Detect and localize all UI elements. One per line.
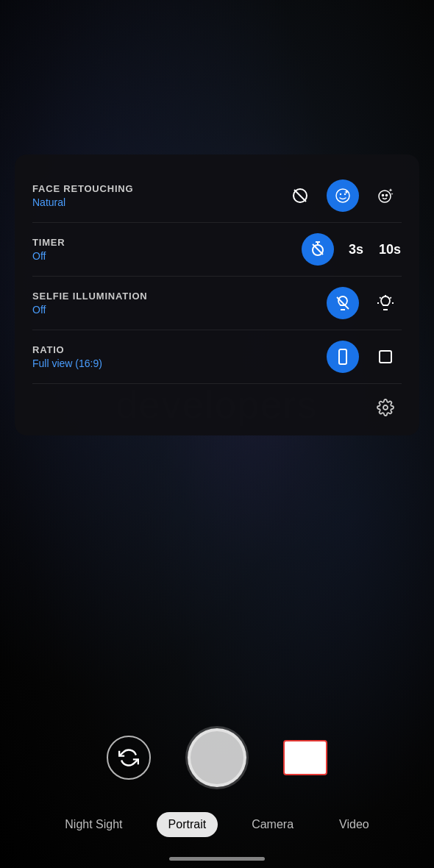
face-retouching-label-group: FACE RETOUCHING Natural bbox=[32, 183, 133, 208]
tab-night-sight[interactable]: Night Sight bbox=[53, 812, 134, 837]
face-star-icon bbox=[334, 187, 352, 204]
timer-label-group: TIMER Off bbox=[32, 237, 65, 262]
bulb-on-icon bbox=[377, 294, 394, 312]
timer-controls: 3s 10s bbox=[302, 233, 402, 266]
svg-point-20 bbox=[383, 405, 388, 410]
selfie-illumination-row: SELFIE ILLUMINATION Off bbox=[32, 277, 402, 330]
svg-point-3 bbox=[340, 193, 341, 195]
gear-icon bbox=[377, 399, 394, 416]
tab-portrait[interactable]: Portrait bbox=[157, 812, 218, 837]
svg-line-16 bbox=[390, 297, 391, 298]
timer-off-icon bbox=[309, 241, 327, 258]
selfie-illumination-label-group: SELFIE ILLUMINATION Off bbox=[32, 291, 148, 316]
timer-3s-button[interactable]: 3s bbox=[344, 242, 368, 257]
selfie-illumination-value: Off bbox=[32, 304, 148, 316]
photo-thumbnail[interactable] bbox=[283, 740, 327, 775]
shutter-button[interactable] bbox=[188, 728, 246, 787]
face-off-button[interactable] bbox=[284, 179, 316, 212]
face-retouching-title: FACE RETOUCHING bbox=[32, 183, 133, 194]
flip-camera-button[interactable] bbox=[107, 736, 151, 780]
ratio-controls bbox=[327, 341, 402, 373]
face-retouching-value: Natural bbox=[32, 196, 133, 208]
tab-video[interactable]: Video bbox=[327, 812, 381, 837]
ratio-tall-icon bbox=[334, 348, 352, 366]
flip-camera-icon bbox=[118, 747, 139, 768]
face-off-icon bbox=[291, 187, 309, 204]
svg-point-6 bbox=[383, 195, 384, 196]
ratio-value: Full view (16:9) bbox=[32, 357, 102, 369]
svg-rect-18 bbox=[339, 349, 346, 364]
illumination-off-button[interactable] bbox=[327, 287, 359, 319]
timer-value: Off bbox=[32, 250, 65, 262]
face-sparkle-button[interactable] bbox=[369, 179, 402, 212]
face-retouching-row: FACE RETOUCHING Natural bbox=[32, 169, 402, 223]
settings-panel: FACE RETOUCHING Natural bbox=[15, 154, 419, 435]
illumination-on-button[interactable] bbox=[369, 287, 402, 319]
svg-point-2 bbox=[336, 189, 349, 202]
home-indicator bbox=[169, 857, 265, 861]
timer-off-button[interactable] bbox=[302, 233, 334, 266]
svg-line-1 bbox=[294, 190, 306, 202]
face-sparkle-icon bbox=[377, 187, 394, 204]
svg-point-7 bbox=[386, 195, 388, 196]
face-retouching-controls bbox=[284, 179, 402, 212]
ratio-title: RATIO bbox=[32, 344, 102, 355]
timer-row: TIMER Off 3s 10s bbox=[32, 223, 402, 277]
svg-rect-19 bbox=[380, 351, 391, 363]
svg-point-5 bbox=[379, 191, 391, 202]
camera-controls bbox=[0, 728, 434, 787]
ratio-label-group: RATIO Full view (16:9) bbox=[32, 344, 102, 369]
tab-camera[interactable]: Camera bbox=[240, 812, 305, 837]
selfie-illumination-controls bbox=[327, 287, 402, 319]
selfie-illumination-title: SELFIE ILLUMINATION bbox=[32, 291, 148, 302]
svg-line-14 bbox=[380, 297, 380, 298]
settings-gear-button[interactable] bbox=[369, 391, 402, 424]
face-natural-button[interactable] bbox=[327, 179, 359, 212]
mode-tabs: Night Sight Portrait Camera Video bbox=[0, 812, 434, 837]
ratio-square-button[interactable] bbox=[369, 341, 402, 373]
gear-row bbox=[32, 384, 402, 424]
svg-point-4 bbox=[344, 193, 346, 195]
timer-title: TIMER bbox=[32, 237, 65, 248]
ratio-row: RATIO Full view (16:9) bbox=[32, 330, 402, 384]
bulb-off-icon bbox=[334, 294, 352, 312]
ratio-tall-button[interactable] bbox=[327, 341, 359, 373]
timer-10s-button[interactable]: 10s bbox=[378, 242, 402, 257]
ratio-square-icon bbox=[377, 348, 394, 366]
